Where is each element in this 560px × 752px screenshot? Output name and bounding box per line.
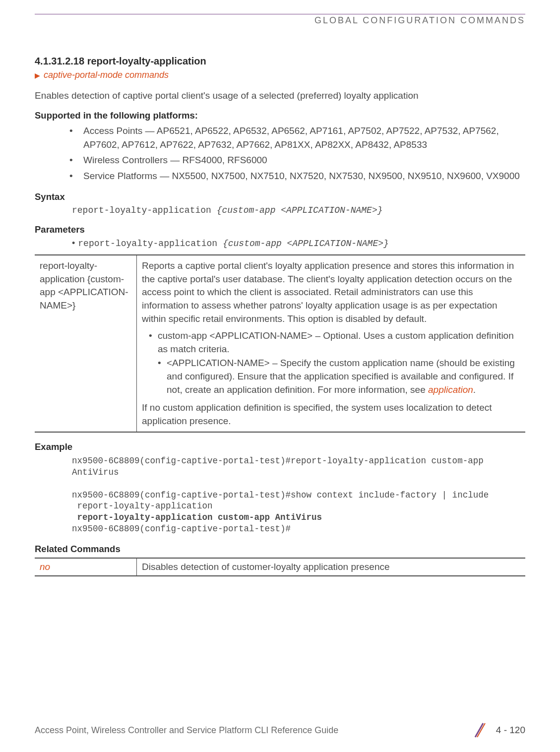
parameter-table: report-loyalty-application {custom-app <… bbox=[35, 254, 525, 433]
param-sub2: <APPLICATION-NAME> – Specify the custom … bbox=[149, 357, 520, 396]
related-heading: Related Commands bbox=[35, 544, 525, 555]
section-heading: 4.1.31.2.18 report-loyalty-application bbox=[35, 56, 525, 67]
param-name-cell: report-loyalty-application {custom-app <… bbox=[35, 255, 137, 432]
running-head: GLOBAL CONFIGURATION COMMANDS bbox=[35, 15, 525, 26]
platforms-list: Access Points — AP6521, AP6522, AP6532, … bbox=[35, 124, 525, 183]
section-title: report-loyalty-application bbox=[87, 56, 206, 66]
related-table: no Disables detection of customer-loyalt… bbox=[35, 558, 525, 576]
parameters-heading: Parameters bbox=[35, 224, 525, 235]
svg-line-0 bbox=[475, 723, 483, 737]
example-line-bold: report-loyalty-application custom-app An… bbox=[72, 512, 322, 522]
list-item: Wireless Controllers — RFS4000, RFS6000 bbox=[69, 153, 525, 167]
example-line: nx9500-6C8809(config-captive-portal-test… bbox=[72, 490, 489, 500]
param-desc-cell: Reports a captive portal client's loyalt… bbox=[137, 255, 526, 432]
parameter-line: •report-loyalty-application {custom-app … bbox=[72, 238, 525, 249]
example-block: nx9500-6C8809(config-captive-portal-test… bbox=[72, 455, 525, 534]
arrow-right-icon: ▶ bbox=[35, 71, 40, 79]
slash-icon bbox=[471, 722, 487, 738]
page-number: 4 - 120 bbox=[496, 725, 525, 736]
syntax-line: report-loyalty-application {custom-app <… bbox=[72, 205, 525, 215]
breadcrumb-text: captive-portal-mode commands bbox=[44, 70, 169, 80]
param-arg: {custom-app <APPLICATION-NAME>} bbox=[223, 239, 389, 249]
param-cmd: report-loyalty-application bbox=[78, 239, 223, 249]
example-line: nx9500-6C8809(config-captive-portal-test… bbox=[72, 524, 291, 534]
related-cmd[interactable]: no bbox=[35, 558, 137, 576]
page-footer: Access Point, Wireless Controller and Se… bbox=[35, 722, 525, 738]
example-heading: Example bbox=[35, 441, 525, 452]
related-desc: Disables detection of customer-loyalty a… bbox=[137, 558, 526, 576]
breadcrumb[interactable]: ▶ captive-portal-mode commands bbox=[35, 70, 525, 80]
intro-paragraph: Enables detection of captive portal clie… bbox=[35, 90, 525, 101]
param-sub2-tail: . bbox=[473, 384, 476, 395]
syntax-arg: {custom-app <APPLICATION-NAME>} bbox=[217, 205, 383, 215]
list-item: Access Points — AP6521, AP6522, AP6532, … bbox=[69, 124, 525, 151]
list-item: Service Platforms — NX5500, NX7500, NX75… bbox=[69, 169, 525, 183]
param-tail: If no custom application definition is s… bbox=[142, 401, 520, 428]
syntax-cmd: report-loyalty-application bbox=[72, 205, 217, 215]
syntax-heading: Syntax bbox=[35, 191, 525, 202]
param-sub1: custom-app <APPLICATION-NAME> – Optional… bbox=[149, 329, 520, 356]
platforms-heading: Supported in the following platforms: bbox=[35, 110, 525, 121]
top-rule bbox=[35, 14, 525, 14]
application-link[interactable]: application bbox=[428, 384, 473, 395]
param-desc: Reports a captive portal client's loyalt… bbox=[142, 259, 520, 325]
example-line: report-loyalty-application bbox=[72, 501, 213, 511]
example-line: nx9500-6C8809(config-captive-portal-test… bbox=[72, 456, 489, 477]
section-number: 4.1.31.2.18 bbox=[35, 56, 84, 66]
footer-title: Access Point, Wireless Controller and Se… bbox=[35, 725, 338, 736]
